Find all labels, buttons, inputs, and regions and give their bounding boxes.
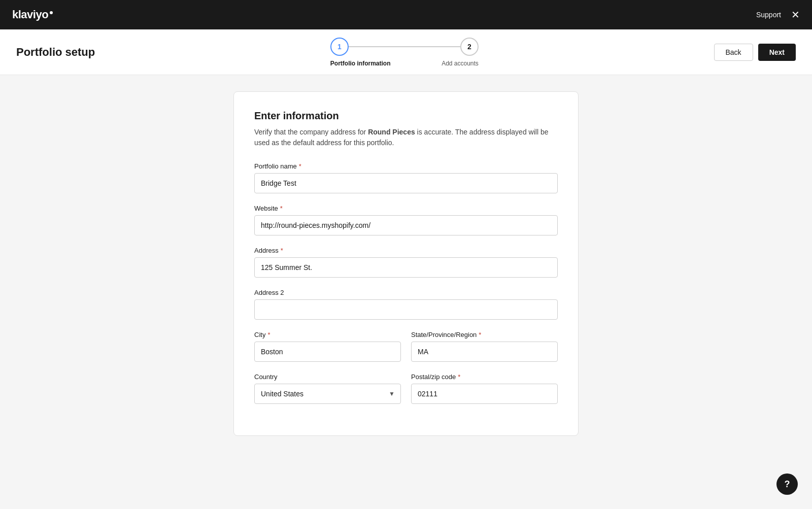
required-star-address: * bbox=[281, 247, 283, 254]
portfolio-name-group: Portfolio name * bbox=[254, 162, 558, 193]
step-labels: Portfolio information Add accounts bbox=[330, 60, 479, 67]
step-2-label: Add accounts bbox=[442, 60, 479, 67]
stepper: 1 2 Portfolio information Add accounts bbox=[330, 38, 479, 67]
logo-text: klaviyo bbox=[12, 8, 48, 21]
next-button[interactable]: Next bbox=[758, 44, 796, 61]
portfolio-name-input[interactable] bbox=[254, 173, 558, 193]
stepper-row: 1 2 bbox=[330, 38, 479, 56]
country-label: Country bbox=[254, 373, 401, 381]
city-label: City * bbox=[254, 331, 401, 338]
required-star-postal: * bbox=[458, 373, 460, 381]
address2-input[interactable] bbox=[254, 299, 558, 320]
postal-label: Postal/zip code * bbox=[411, 373, 558, 381]
website-label: Website * bbox=[254, 205, 558, 212]
close-button[interactable]: ✕ bbox=[791, 10, 800, 20]
address2-group: Address 2 bbox=[254, 289, 558, 320]
logo-dot bbox=[50, 11, 53, 14]
country-postal-row: Country United States Canada United King… bbox=[254, 373, 558, 404]
company-name: Round Pieces bbox=[368, 128, 415, 136]
back-button[interactable]: Back bbox=[714, 44, 753, 61]
step-1-label: Portfolio information bbox=[330, 60, 391, 67]
card-title: Enter information bbox=[254, 110, 558, 122]
support-link[interactable]: Support bbox=[756, 11, 781, 19]
card-description: Verify that the company address for Roun… bbox=[254, 127, 558, 148]
country-group: Country United States Canada United King… bbox=[254, 373, 401, 404]
required-star-city: * bbox=[267, 331, 270, 338]
page-title: Portfolio setup bbox=[16, 46, 95, 59]
country-select[interactable]: United States Canada United Kingdom Aust… bbox=[254, 384, 401, 404]
address2-label: Address 2 bbox=[254, 289, 558, 296]
address-label: Address * bbox=[254, 247, 558, 254]
city-group: City * bbox=[254, 331, 401, 362]
subheader: Portfolio setup 1 2 Portfolio informatio… bbox=[0, 29, 812, 75]
state-label: State/Province/Region * bbox=[411, 331, 558, 338]
logo: klaviyo bbox=[12, 8, 53, 21]
city-state-row: City * State/Province/Region * bbox=[254, 331, 558, 362]
step-1-circle: 1 bbox=[330, 38, 349, 56]
postal-group: Postal/zip code * bbox=[411, 373, 558, 404]
step-line bbox=[349, 46, 460, 47]
website-input[interactable] bbox=[254, 215, 558, 235]
city-input[interactable] bbox=[254, 342, 401, 362]
header-buttons: Back Next bbox=[714, 44, 796, 61]
topbar-right: Support ✕ bbox=[756, 10, 800, 20]
country-select-wrapper: United States Canada United Kingdom Aust… bbox=[254, 384, 401, 404]
address-group: Address * bbox=[254, 247, 558, 278]
state-input[interactable] bbox=[411, 342, 558, 362]
required-star-state: * bbox=[479, 331, 481, 338]
required-star-website: * bbox=[280, 205, 283, 212]
step-2-circle: 2 bbox=[460, 38, 479, 56]
help-button[interactable]: ? bbox=[776, 473, 798, 495]
state-group: State/Province/Region * bbox=[411, 331, 558, 362]
required-star-name: * bbox=[299, 162, 301, 170]
postal-input[interactable] bbox=[411, 384, 558, 404]
address-input[interactable] bbox=[254, 257, 558, 278]
portfolio-name-label: Portfolio name * bbox=[254, 162, 558, 170]
form-card: Enter information Verify that the compan… bbox=[233, 91, 579, 436]
main-content: Enter information Verify that the compan… bbox=[0, 75, 812, 452]
website-group: Website * bbox=[254, 205, 558, 235]
topbar: klaviyo Support ✕ bbox=[0, 0, 812, 29]
